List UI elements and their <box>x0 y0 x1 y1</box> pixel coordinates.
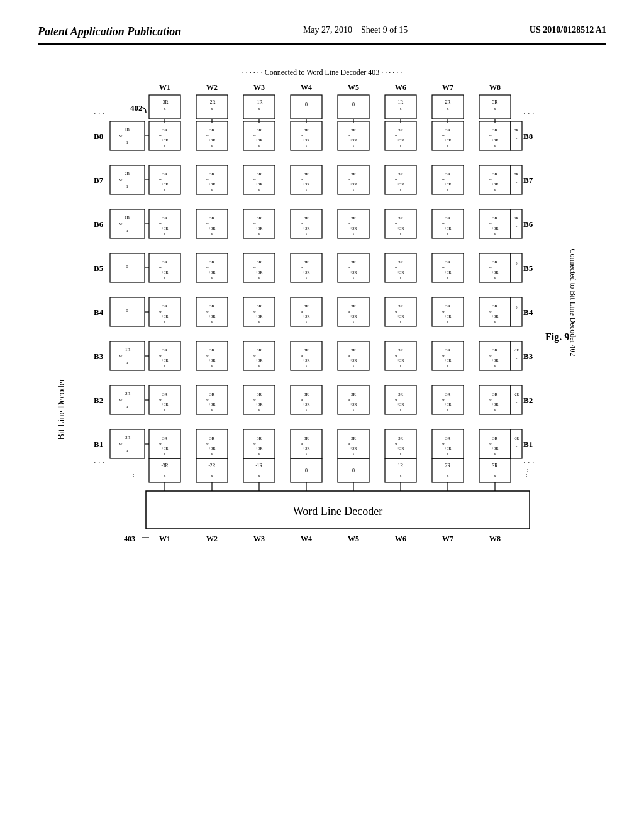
svg-text:+3R: +3R <box>161 138 169 142</box>
svg-text:0: 0 <box>516 306 518 309</box>
svg-text:+3R: +3R <box>303 226 310 230</box>
svg-text:3R: 3R <box>398 436 404 441</box>
svg-text:w: w <box>442 397 445 401</box>
svg-text:s: s <box>353 188 355 192</box>
svg-text:3R: 3R <box>398 172 404 177</box>
svg-text:1: 1 <box>126 360 128 365</box>
svg-text:w: w <box>206 265 209 269</box>
svg-text:3R: 3R <box>445 216 451 221</box>
svg-text:3R: 3R <box>351 128 357 133</box>
svg-text:s: s <box>211 144 213 148</box>
svg-text:w: w <box>442 133 445 137</box>
svg-text:+3R: +3R <box>208 358 216 362</box>
svg-text:s: s <box>164 106 166 111</box>
svg-rect-224 <box>511 253 522 282</box>
svg-text:+3R: +3R <box>491 358 499 362</box>
svg-text:s: s <box>258 276 260 280</box>
svg-text:3R: 3R <box>492 348 498 353</box>
svg-text:s: s <box>306 320 308 324</box>
svg-text:w: w <box>159 133 162 137</box>
svg-text:w: w <box>489 133 492 137</box>
svg-text:+3R: +3R <box>161 226 169 230</box>
bit-line-b2-right: B2 <box>523 396 533 405</box>
svg-text:3R: 3R <box>492 304 498 309</box>
svg-text:s: s <box>400 276 402 280</box>
svg-text:3R: 3R <box>304 304 309 309</box>
svg-text:3R: 3R <box>304 348 309 353</box>
svg-rect-367 <box>110 429 145 458</box>
svg-text:3R: 3R <box>351 436 357 441</box>
svg-text:w: w <box>253 309 257 313</box>
svg-text:⋮: ⋮ <box>130 473 136 480</box>
svg-text:+3R: +3R <box>444 182 452 186</box>
svg-rect-412 <box>511 429 522 458</box>
svg-text:3R: 3R <box>492 436 498 441</box>
svg-text:3R: 3R <box>162 304 168 309</box>
svg-text:3R: 3R <box>162 172 168 177</box>
svg-text:3R: 3R <box>398 392 404 397</box>
svg-text:1: 1 <box>126 228 128 233</box>
svg-text:w: w <box>159 397 162 401</box>
svg-rect-415 <box>149 458 180 482</box>
svg-text:-1R: -1R <box>124 347 131 352</box>
svg-text:s: s <box>494 276 496 280</box>
svg-text:+3R: +3R <box>491 402 499 406</box>
svg-rect-178 <box>511 209 522 238</box>
svg-text:+3R: +3R <box>491 314 499 318</box>
svg-rect-422 <box>243 458 275 482</box>
wld-w1: W1 <box>159 534 170 543</box>
svg-text:2R: 2R <box>445 463 451 468</box>
svg-text:w: w <box>442 265 445 269</box>
svg-text:+3R: +3R <box>491 226 499 230</box>
svg-text:· · ·: · · · <box>94 458 105 468</box>
svg-text:+3R: +3R <box>208 402 216 406</box>
figure-container: · · · · · · Connected to Word Line Decod… <box>38 64 606 724</box>
bit-line-b8: B8 <box>94 131 104 141</box>
svg-text:3R: 3R <box>209 260 215 265</box>
svg-text:s: s <box>400 408 402 412</box>
svg-text:3R: 3R <box>398 128 404 133</box>
svg-text:s: s <box>494 473 496 479</box>
svg-text:+3R: +3R <box>303 314 310 318</box>
svg-text:3R: 3R <box>351 260 357 265</box>
svg-text:+3R: +3R <box>444 358 452 362</box>
svg-text:0: 0 <box>352 468 355 473</box>
svg-text:s: s <box>447 408 449 412</box>
svg-text:w: w <box>515 357 518 360</box>
svg-text:3R: 3R <box>304 260 309 265</box>
right-decoder-label: Connected to Bit Line Decoder 402 <box>569 249 577 357</box>
svg-text:3R: 3R <box>209 436 215 441</box>
svg-text:3R: 3R <box>398 260 404 265</box>
svg-text:+3R: +3R <box>350 314 357 318</box>
svg-text:w: w <box>301 221 304 225</box>
bit-line-b7-right: B7 <box>523 175 533 185</box>
svg-text:3R: 3R <box>162 260 168 265</box>
svg-text:3R: 3R <box>209 172 215 177</box>
svg-text:3R: 3R <box>257 260 262 265</box>
svg-text:w: w <box>301 353 304 357</box>
svg-text:s: s <box>447 188 449 192</box>
svg-text:s: s <box>211 106 213 111</box>
svg-text:w: w <box>301 265 304 269</box>
svg-text:s: s <box>494 106 496 111</box>
col-w2: W2 <box>206 83 218 92</box>
svg-text:1R: 1R <box>514 216 519 220</box>
svg-text:+3R: +3R <box>303 138 310 142</box>
svg-text:3R: 3R <box>162 348 168 353</box>
svg-text:s: s <box>400 232 402 236</box>
svg-text:3R: 3R <box>398 216 404 221</box>
svg-text:+3R: +3R <box>491 446 499 450</box>
svg-text:w: w <box>159 177 162 181</box>
svg-text:w: w <box>348 265 351 269</box>
svg-text:3R: 3R <box>492 392 498 397</box>
svg-text:3R: 3R <box>162 392 168 397</box>
svg-rect-319 <box>110 385 145 414</box>
svg-text:3R: 3R <box>257 348 262 353</box>
ref-402-label: 402 <box>130 103 143 113</box>
svg-text:w: w <box>301 177 304 181</box>
svg-text:+3R: +3R <box>397 270 404 274</box>
svg-text:3R: 3R <box>304 392 309 397</box>
svg-text:+3R: +3R <box>208 314 216 318</box>
svg-text:w: w <box>348 353 351 357</box>
svg-text:w: w <box>348 133 351 137</box>
